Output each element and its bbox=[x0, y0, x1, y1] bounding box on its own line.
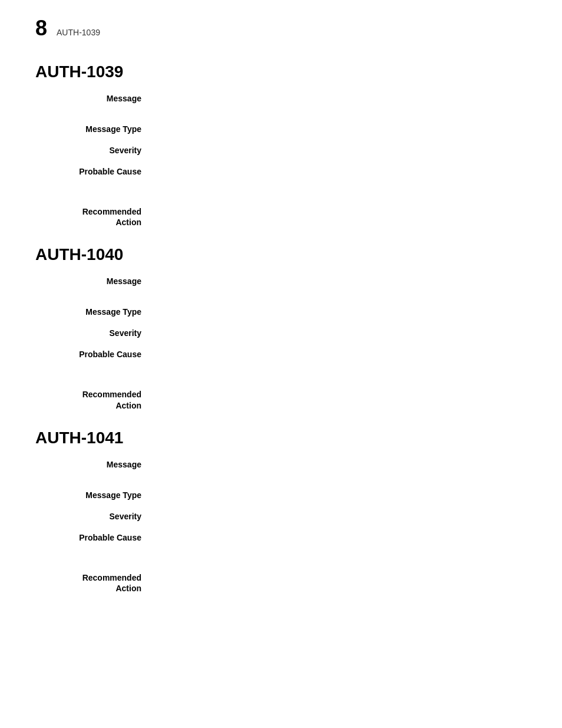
field-value-severity-1041 bbox=[153, 511, 527, 528]
field-row-messagetype-1040: Message Type bbox=[35, 307, 527, 323]
field-row-severity-1039: Severity bbox=[35, 145, 527, 162]
entry-auth-1039: AUTH-1039 Message Message Type Severity … bbox=[35, 62, 527, 228]
field-label-messagetype-1041: Message Type bbox=[35, 490, 153, 506]
field-label-messagetype-1039: Message Type bbox=[35, 124, 153, 140]
field-label-severity-1041: Severity bbox=[35, 511, 153, 528]
field-label-probablecause-1039: Probable Cause bbox=[35, 166, 153, 183]
field-label-message-1039: Message bbox=[35, 93, 153, 110]
field-row-recommendedaction-1040: RecommendedAction bbox=[35, 389, 527, 410]
field-value-messagetype-1040 bbox=[153, 307, 527, 323]
field-row-severity-1040: Severity bbox=[35, 328, 527, 344]
entry-title-auth-1040: AUTH-1040 bbox=[35, 245, 527, 264]
field-label-severity-1039: Severity bbox=[35, 145, 153, 162]
field-value-recommendedaction-1039 bbox=[153, 206, 527, 228]
field-value-probablecause-1039 bbox=[153, 166, 527, 183]
field-row-messagetype-1041: Message Type bbox=[35, 490, 527, 506]
field-row-message-1040: Message bbox=[35, 276, 527, 292]
field-value-messagetype-1039 bbox=[153, 124, 527, 140]
field-value-message-1041 bbox=[153, 459, 527, 476]
field-row-probablecause-1040: Probable Cause bbox=[35, 349, 527, 365]
field-label-probablecause-1040: Probable Cause bbox=[35, 349, 153, 365]
entry-title-auth-1039: AUTH-1039 bbox=[35, 62, 527, 81]
field-value-recommendedaction-1041 bbox=[153, 572, 527, 594]
field-value-recommendedaction-1040 bbox=[153, 389, 527, 410]
field-value-probablecause-1040 bbox=[153, 349, 527, 365]
field-label-severity-1040: Severity bbox=[35, 328, 153, 344]
field-value-severity-1040 bbox=[153, 328, 527, 344]
field-label-recommendedaction-1039: RecommendedAction bbox=[35, 206, 153, 228]
entry-auth-1041: AUTH-1041 Message Message Type Severity … bbox=[35, 429, 527, 594]
page-header: 8 AUTH-1039 bbox=[0, 0, 562, 51]
page-number: 8 bbox=[35, 18, 47, 39]
field-label-recommendedaction-1041: RecommendedAction bbox=[35, 572, 153, 594]
field-value-messagetype-1041 bbox=[153, 490, 527, 506]
entry-auth-1040: AUTH-1040 Message Message Type Severity … bbox=[35, 245, 527, 410]
field-label-message-1040: Message bbox=[35, 276, 153, 292]
field-row-severity-1041: Severity bbox=[35, 511, 527, 528]
field-row-message-1039: Message bbox=[35, 93, 527, 110]
field-value-message-1040 bbox=[153, 276, 527, 292]
field-row-recommendedaction-1039: RecommendedAction bbox=[35, 206, 527, 228]
field-label-messagetype-1040: Message Type bbox=[35, 307, 153, 323]
field-label-recommendedaction-1040: RecommendedAction bbox=[35, 389, 153, 410]
main-content: AUTH-1039 Message Message Type Severity … bbox=[0, 51, 562, 635]
field-row-recommendedaction-1041: RecommendedAction bbox=[35, 572, 527, 594]
field-label-message-1041: Message bbox=[35, 459, 153, 476]
field-row-messagetype-1039: Message Type bbox=[35, 124, 527, 140]
page-breadcrumb: AUTH-1039 bbox=[57, 28, 100, 37]
entry-title-auth-1041: AUTH-1041 bbox=[35, 429, 527, 447]
field-row-probablecause-1041: Probable Cause bbox=[35, 532, 527, 549]
field-row-message-1041: Message bbox=[35, 459, 527, 476]
field-value-severity-1039 bbox=[153, 145, 527, 162]
field-value-probablecause-1041 bbox=[153, 532, 527, 549]
field-value-message-1039 bbox=[153, 93, 527, 110]
field-row-probablecause-1039: Probable Cause bbox=[35, 166, 527, 183]
field-label-probablecause-1041: Probable Cause bbox=[35, 532, 153, 549]
